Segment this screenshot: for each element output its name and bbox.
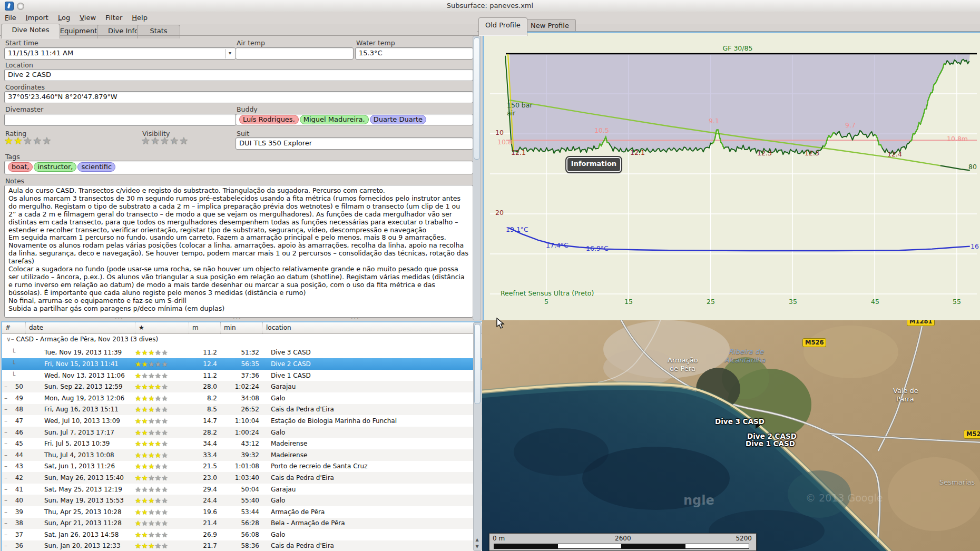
table-row[interactable]: –46Sun, Jul 7, 2013 17:17★★★★★28.21:00:2… bbox=[2, 427, 483, 438]
dive-duration: 1:10:04 bbox=[220, 417, 262, 425]
dive-number: –48 bbox=[2, 406, 25, 413]
visibility-stars[interactable]: ★★★★★ bbox=[141, 136, 189, 146]
table-row[interactable]: –47Wed, Jul 10, 2013 13:09★★★★★14.71:10:… bbox=[2, 415, 483, 427]
chart-annotation: 12.1 bbox=[630, 149, 645, 156]
table-row[interactable]: –45Fri, Jul 5, 2013 10:39★★★★★34.443:12M… bbox=[2, 438, 483, 449]
tab-old-profile[interactable]: Old Profile bbox=[478, 17, 527, 36]
dive-number: └ bbox=[2, 372, 25, 379]
tab-stats[interactable]: Stats bbox=[137, 25, 180, 38]
buddy-input[interactable]: Luís Rodrigues,Miguel Madureira,Duarte D… bbox=[236, 114, 473, 125]
menu-item-file[interactable]: File bbox=[0, 12, 21, 22]
dive-duration: 50:04 bbox=[220, 486, 262, 493]
table-row[interactable]: –39Thu, Apr 25, 2013 10:28★★★★★19.653:44… bbox=[2, 506, 483, 518]
table-row[interactable]: –36Sun, Jan 20, 2013 12:33★★★★★21.758:36… bbox=[2, 540, 483, 551]
scroll-down-icon[interactable]: ▼ bbox=[474, 544, 481, 550]
dive-rating: ★★★★★ bbox=[135, 417, 189, 425]
star-icon: ★ bbox=[155, 405, 162, 414]
star-icon: ★ bbox=[155, 451, 162, 459]
column-header-location[interactable]: location bbox=[262, 322, 483, 333]
tags-label: Tags bbox=[5, 153, 20, 161]
coordinates-input[interactable]: 37°05'23.460"N 8°20'47.879"W bbox=[4, 91, 473, 103]
dive-duration: 26:52 bbox=[220, 406, 262, 413]
tag-pill[interactable]: Duarte Duarte bbox=[370, 115, 426, 124]
dive-duration: 1:02:24 bbox=[220, 383, 262, 390]
chart-annotation: air bbox=[507, 109, 515, 117]
star-icon: ★ bbox=[148, 417, 155, 425]
star-icon: ★ bbox=[135, 496, 142, 505]
star-icon: ★ bbox=[155, 496, 162, 505]
table-row[interactable]: └Wed, Nov 13, 2013 11:06★★★★★11.237:36Di… bbox=[2, 370, 483, 381]
scale-zero: 0 m bbox=[493, 535, 505, 542]
dive-depth: 19.6 bbox=[189, 508, 220, 516]
form-scrollbar-handle[interactable] bbox=[474, 37, 480, 160]
dive-site-map[interactable]: Armaçãode PêraRibeira deAlcantarilhaM526… bbox=[482, 320, 980, 551]
dive-depth: 21.4 bbox=[189, 519, 220, 527]
table-row[interactable]: –43Sat, Jun 1, 2013 11:26★★★★★21.51:01:0… bbox=[2, 461, 483, 473]
column-header-min[interactable]: min bbox=[220, 322, 262, 333]
dive-list-scrollbar-handle[interactable] bbox=[474, 324, 481, 404]
tag-pill[interactable]: Luís Rodrigues, bbox=[239, 115, 299, 124]
trip-row[interactable]: ∨– CASD - Armação de Pêra, Nov 2013 (3 d… bbox=[2, 334, 483, 347]
mouse-cursor bbox=[496, 318, 506, 329]
table-row[interactable]: –40Sun, May 19, 2013 15:53★★★★★24.455:40… bbox=[2, 495, 483, 506]
table-row[interactable]: –44Thu, Jul 4, 2013 10:08★★★★★33.439:32M… bbox=[2, 449, 483, 461]
tab-dive-notes[interactable]: Dive Notes bbox=[1, 24, 60, 38]
chart-annotation: 5 bbox=[544, 298, 548, 306]
menu-item-log[interactable]: Log bbox=[53, 12, 75, 22]
tag-pill[interactable]: boat, bbox=[8, 162, 33, 172]
menu-item-help[interactable]: Help bbox=[127, 12, 152, 22]
menu-item-view[interactable]: View bbox=[75, 12, 101, 22]
form-scrollbar[interactable] bbox=[473, 36, 481, 320]
column-header-m[interactable]: m bbox=[189, 322, 220, 333]
air-temp-input[interactable] bbox=[236, 47, 354, 60]
table-row[interactable]: └Tue, Nov 19, 2013 11:39★★★★★11.251:32Di… bbox=[2, 347, 483, 359]
dive-location: Cais da Pedra d'Eira bbox=[262, 474, 483, 481]
scroll-up-icon[interactable]: ▲ bbox=[474, 537, 481, 543]
star-icon: ★ bbox=[14, 135, 23, 146]
dive-depth: 21.7 bbox=[189, 542, 220, 549]
table-row[interactable]: └Fri, Nov 15, 2013 11:41★★★★★12.456:35Di… bbox=[2, 358, 483, 370]
star-icon: ★ bbox=[142, 439, 149, 448]
dive-rating: ★★★★★ bbox=[135, 371, 189, 380]
divemaster-input[interactable] bbox=[4, 114, 236, 126]
table-row[interactable]: –42Sun, May 26, 2013 15:40★★★★★23.01:03:… bbox=[2, 472, 483, 484]
star-icon: ★ bbox=[161, 451, 168, 459]
location-input[interactable]: Dive 2 CASD bbox=[4, 69, 473, 81]
dive-list-header[interactable]: #date★mminlocation bbox=[2, 322, 483, 334]
menu-item-import[interactable]: Import bbox=[21, 12, 53, 22]
tag-pill[interactable]: scientific bbox=[77, 162, 115, 172]
table-row[interactable]: –37Sat, Jan 26, 2013 14:58★★★★★26.956:08… bbox=[2, 529, 483, 540]
column-header-date[interactable]: date bbox=[25, 322, 135, 333]
dive-date: Fri, Nov 15, 2013 11:41 bbox=[25, 360, 135, 368]
star-icon: ★ bbox=[142, 496, 149, 505]
water-temp-input[interactable]: 15.3°C bbox=[355, 47, 473, 60]
table-row[interactable]: –38Sun, Apr 21, 2013 11:28★★★★★21.456:28… bbox=[2, 518, 483, 529]
menu-item-filter[interactable]: Filter bbox=[101, 12, 127, 22]
chart-annotation: 20 bbox=[495, 209, 504, 217]
column-header-★[interactable]: ★ bbox=[135, 322, 189, 333]
dive-date: Sun, Sep 22, 2013 12:59 bbox=[25, 383, 135, 390]
table-row[interactable]: –41Sat, May 25, 2013 12:19★★★★★29.450:04… bbox=[2, 484, 483, 495]
tags-input[interactable]: boat,instructor,scientific bbox=[4, 161, 473, 174]
dive-location: Dive 3 CASD bbox=[262, 349, 483, 356]
tag-pill[interactable]: instructor, bbox=[34, 162, 76, 172]
dive-date: Thu, Jul 4, 2013 10:08 bbox=[25, 451, 135, 459]
road-shield: M1281 bbox=[907, 320, 935, 326]
dive-list-scrollbar[interactable]: ▲ ▼ bbox=[473, 322, 482, 551]
dive-depth: 29.4 bbox=[189, 486, 220, 493]
map-place-label: Armação bbox=[668, 356, 698, 364]
chart-annotation: 17.4°C bbox=[546, 241, 569, 249]
rating-stars[interactable]: ★★★★★ bbox=[4, 136, 52, 146]
tag-pill[interactable]: Miguel Madureira, bbox=[300, 115, 369, 124]
notes-textarea[interactable]: Aula do curso CASD. Transectos c/video e… bbox=[4, 185, 473, 318]
information-button[interactable]: Information bbox=[566, 157, 621, 172]
chevron-down-icon[interactable]: ▾ bbox=[225, 49, 234, 58]
suit-input[interactable]: DUI TLS 350 Explorer bbox=[236, 137, 473, 150]
scale-segment bbox=[494, 544, 558, 549]
column-header-num[interactable]: # bbox=[2, 322, 25, 333]
dive-depth: 12.4 bbox=[189, 360, 220, 368]
table-row[interactable]: –50Sun, Sep 22, 2013 12:59★★★★★28.01:02:… bbox=[2, 381, 483, 392]
table-row[interactable]: –48Fri, Aug 16, 2013 15:11★★★★★8.526:52C… bbox=[2, 404, 483, 416]
start-time-combobox[interactable]: 11/15/13 11:41 AM ▾ bbox=[4, 47, 236, 60]
table-row[interactable]: –49Mon, Aug 19, 2013 12:06★★★★★8.234:08G… bbox=[2, 392, 483, 404]
